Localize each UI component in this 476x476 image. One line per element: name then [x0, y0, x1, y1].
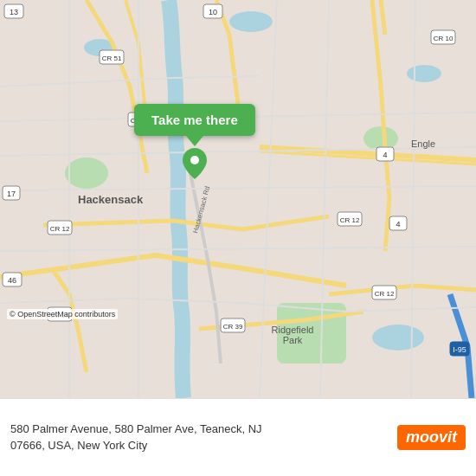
svg-text:CR 12: CR 12 — [50, 225, 70, 233]
bottom-info: 580 Palmer Avenue, 580 Palmer Ave, Teane… — [10, 421, 389, 453]
svg-text:Ridgefield: Ridgefield — [272, 325, 314, 335]
svg-text:Hackensack: Hackensack — [78, 193, 144, 206]
svg-text:I-95: I-95 — [453, 345, 466, 354]
svg-point-3 — [407, 65, 441, 82]
svg-text:CR 51: CR 51 — [102, 55, 122, 62]
tooltip-container: Take me there — [134, 104, 255, 179]
svg-text:10: 10 — [209, 8, 217, 16]
svg-point-4 — [372, 325, 424, 351]
svg-text:Engle: Engle — [411, 138, 435, 149]
svg-text:17: 17 — [7, 190, 16, 198]
svg-text:4: 4 — [383, 151, 387, 159]
bottom-bar: 580 Palmer Avenue, 580 Palmer Ave, Teane… — [0, 398, 476, 476]
moovit-logo: moovit — [397, 425, 466, 450]
svg-text:CR 12: CR 12 — [375, 290, 395, 298]
take-me-there-button[interactable]: Take me there — [134, 104, 255, 136]
svg-point-55 — [190, 156, 199, 164]
moovit-logo-text: moovit — [397, 425, 466, 450]
svg-text:CR 39: CR 39 — [223, 323, 243, 331]
svg-text:CR 12: CR 12 — [340, 216, 360, 224]
svg-text:CR 10: CR 10 — [434, 35, 453, 42]
svg-text:4: 4 — [396, 220, 400, 228]
location-pin-icon — [183, 148, 207, 179]
svg-point-7 — [65, 158, 108, 189]
svg-text:13: 13 — [10, 8, 18, 16]
svg-point-1 — [229, 11, 273, 32]
tooltip-arrow — [186, 136, 203, 146]
svg-text:Park: Park — [283, 335, 303, 345]
osm-attribution: © OpenStreetMap contributors — [7, 309, 118, 319]
map-container: 13 10 CR 51 CR 51 CR 10 4 4 CR 12 CR 12 … — [0, 0, 476, 398]
svg-text:46: 46 — [8, 276, 16, 285]
address-text: 580 Palmer Avenue, 580 Palmer Ave, Teane… — [10, 421, 389, 453]
